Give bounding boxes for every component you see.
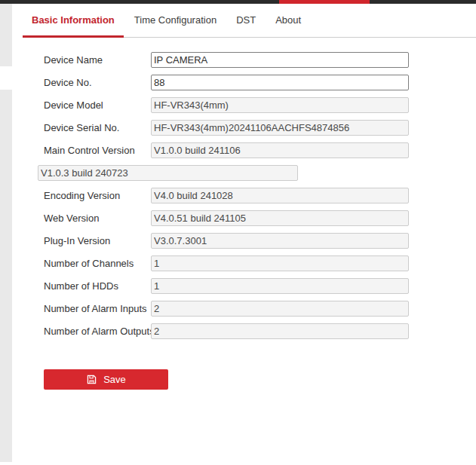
field-label: Number of Alarm Inputs xyxy=(44,303,151,314)
tab-bar: Basic InformationTime ConfigurationDSTAb… xyxy=(23,4,476,38)
field-label: Plug-In Version xyxy=(44,235,151,246)
field-input-main-control-version xyxy=(151,142,409,158)
basic-info-form: Device NameDevice No.Device ModelDevice … xyxy=(12,38,476,339)
tab-basic-information[interactable]: Basic Information xyxy=(23,4,124,38)
field-input-device-serial-no xyxy=(151,120,409,136)
field-label: Device Name xyxy=(44,54,151,66)
tab-dst[interactable]: DST xyxy=(227,4,265,38)
form-row: Encoding Version xyxy=(44,188,476,203)
form-row: Number of Alarm Inputs xyxy=(44,301,476,317)
field-label: Main Control Version xyxy=(44,145,151,156)
form-row: Main Control Version xyxy=(44,142,476,158)
field-input-device-model xyxy=(151,97,409,113)
field-input-number-of-hdds xyxy=(151,278,409,294)
floppy-disk-icon xyxy=(86,374,97,385)
form-row: Plug-In Version xyxy=(44,233,476,249)
form-row: Device Serial No. xyxy=(44,120,476,136)
field-label: Web Version xyxy=(44,213,151,224)
field-input-device-name[interactable] xyxy=(151,52,409,68)
field-input-plug-in-version xyxy=(151,233,409,249)
left-edge-strip-bottom xyxy=(0,90,12,462)
field-label: Device No. xyxy=(44,77,151,88)
tab-about[interactable]: About xyxy=(266,4,310,38)
form-row: Device Model xyxy=(44,97,476,113)
form-row: Web Version xyxy=(44,210,476,226)
save-row: Save xyxy=(12,369,476,390)
field-label: Encoding Version xyxy=(44,190,151,201)
field-input-number-of-alarm-outputs xyxy=(151,323,409,339)
left-edge-strip-top xyxy=(0,4,12,66)
field-input-secondary-version xyxy=(38,165,298,181)
form-row: Number of Alarm Outputs xyxy=(44,323,476,339)
field-input-number-of-channels xyxy=(151,255,409,271)
form-row: Device Name xyxy=(44,52,476,68)
field-label: Device Serial No. xyxy=(44,122,151,133)
save-button-label: Save xyxy=(103,374,126,385)
field-input-web-version xyxy=(151,210,409,226)
form-row: Number of HDDs xyxy=(44,278,476,294)
field-label: Number of Channels xyxy=(44,258,151,269)
field-label: Number of Alarm Outputs xyxy=(44,326,151,337)
field-input-encoding-version xyxy=(151,188,409,203)
field-input-number-of-alarm-inputs xyxy=(151,301,409,317)
field-label: Number of HDDs xyxy=(44,280,151,292)
tab-time-configuration[interactable]: Time Configuration xyxy=(125,4,226,38)
form-row: Device No. xyxy=(44,75,476,90)
basic-information-page: Basic InformationTime ConfigurationDSTAb… xyxy=(12,4,476,390)
form-row xyxy=(44,165,476,181)
form-row: Number of Channels xyxy=(44,255,476,271)
field-label: Device Model xyxy=(44,99,151,111)
field-input-device-no[interactable] xyxy=(151,75,409,90)
save-button[interactable]: Save xyxy=(44,369,168,390)
